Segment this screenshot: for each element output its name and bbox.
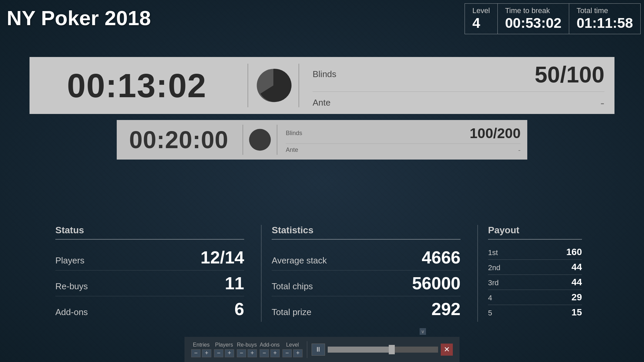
level-minus-button[interactable]: − xyxy=(282,349,292,357)
next-ante-value: - xyxy=(518,146,521,155)
total-prize-row: Total prize 292 xyxy=(272,296,461,322)
addons-row: Add-ons 6 xyxy=(55,296,244,322)
addons-plus-button[interactable]: + xyxy=(270,349,280,357)
divider-1 xyxy=(261,225,262,322)
addons-ctrl-label: Add-ons xyxy=(260,342,280,348)
timer-divider-1 xyxy=(248,64,248,107)
level-control: Level − + xyxy=(282,342,303,357)
total-time-stat: Total time 01:11:58 xyxy=(569,4,640,34)
total-prize-value: 292 xyxy=(431,299,461,319)
rebuys-value: 11 xyxy=(225,273,244,293)
level-progress-pie xyxy=(255,67,292,104)
level-value: 4 xyxy=(472,15,490,31)
next-ante-row: Ante - xyxy=(286,144,521,157)
payout-4th-label: 4 xyxy=(488,294,492,302)
next-level-pie xyxy=(248,128,272,152)
app-title: NY Poker 2018 xyxy=(7,6,151,30)
players-minus-button[interactable]: − xyxy=(214,349,223,357)
payout-4th-row: 4 29 xyxy=(488,290,582,305)
addons-minus-button[interactable]: − xyxy=(260,349,269,357)
payout-4th-value: 29 xyxy=(572,292,582,303)
players-value: 12/14 xyxy=(201,247,244,267)
next-timer: 00:20:00 xyxy=(117,126,241,154)
payout-5th-row: 5 15 xyxy=(488,305,582,320)
progress-bar-fill xyxy=(328,347,392,353)
avg-stack-value: 4666 xyxy=(422,247,461,267)
rebuys-row: Re-buys 11 xyxy=(55,270,244,296)
next-blinds-row: Blinds 100/200 xyxy=(286,123,521,144)
payout-2nd-value: 44 xyxy=(572,262,582,273)
blinds-section: Blinds 50/100 Ante - xyxy=(303,57,614,114)
blinds-value: 50/100 xyxy=(535,61,604,87)
players-label: Players xyxy=(55,255,85,266)
players-plus-button[interactable]: + xyxy=(225,349,234,357)
next-blinds-section: Blinds 100/200 Ante - xyxy=(279,123,527,157)
avg-stack-label: Average stack xyxy=(272,255,327,266)
pause-button[interactable]: ⏸ xyxy=(312,344,325,356)
entries-label: Entries xyxy=(193,342,210,348)
ante-value: - xyxy=(600,96,604,110)
total-chips-row: Total chips 56000 xyxy=(272,270,461,296)
time-to-break-stat: Time to break 00:53:02 xyxy=(498,4,569,34)
blinds-label: Blinds xyxy=(313,69,336,79)
total-time-label: Total time xyxy=(577,6,633,15)
top-stats-panel: Level 4 Time to break 00:53:02 Total tim… xyxy=(465,3,641,34)
control-bar: v Entries − + Players − + Re-buys − + Ad… xyxy=(184,337,460,362)
total-chips-value: 56000 xyxy=(412,273,461,293)
payout-1st-value: 160 xyxy=(566,247,582,257)
current-level-card: 00:13:02 Blinds 50/100 Ante - xyxy=(30,57,614,114)
players-ctrl-label: Players xyxy=(215,342,233,348)
current-timer: 00:13:02 xyxy=(30,66,244,105)
rebuys-label: Re-buys xyxy=(55,281,88,292)
statistics-column: Statistics Average stack 4666 Total chip… xyxy=(272,225,467,322)
timer-divider-2 xyxy=(299,64,299,107)
avg-stack-row: Average stack 4666 xyxy=(272,245,461,270)
close-button[interactable]: ✕ xyxy=(441,344,453,356)
progress-bar[interactable] xyxy=(328,347,438,353)
total-time-value: 01:11:58 xyxy=(577,15,633,31)
next-blinds-label: Blinds xyxy=(286,130,302,137)
addons-control: Add-ons − + xyxy=(260,342,280,357)
players-row: Players 12/14 xyxy=(55,245,244,270)
level-plus-button[interactable]: + xyxy=(293,349,303,357)
addons-value: 6 xyxy=(234,299,244,319)
statistics-heading: Statistics xyxy=(272,225,461,240)
next-pie-container xyxy=(245,128,275,152)
entries-control: Entries − + xyxy=(191,342,211,357)
payout-5th-label: 5 xyxy=(488,309,492,317)
level-label: Level xyxy=(472,6,490,15)
payout-3rd-label: 3rd xyxy=(488,279,499,287)
entries-plus-button[interactable]: + xyxy=(202,349,211,357)
players-control: Players − + xyxy=(214,342,234,357)
rebuys-plus-button[interactable]: + xyxy=(248,349,257,357)
level-stat: Level 4 xyxy=(465,4,498,34)
svg-point-1 xyxy=(249,129,271,151)
payout-1st-label: 1st xyxy=(488,248,498,257)
next-ante-label: Ante xyxy=(286,146,298,154)
rebuys-minus-button[interactable]: − xyxy=(237,349,246,357)
payout-5th-value: 15 xyxy=(572,307,582,318)
addons-label: Add-ons xyxy=(55,307,88,317)
progress-handle[interactable] xyxy=(389,345,395,354)
rebuys-ctrl-label: Re-buys xyxy=(237,342,257,348)
rebuys-control: Re-buys − + xyxy=(237,342,257,357)
level-ctrl-label: Level xyxy=(286,342,299,348)
total-chips-label: Total chips xyxy=(272,281,313,292)
pie-chart-container xyxy=(252,67,295,104)
payout-1st-row: 1st 160 xyxy=(488,245,582,260)
status-heading: Status xyxy=(55,225,244,240)
ctrl-separator xyxy=(307,341,307,358)
blinds-row: Blinds 50/100 xyxy=(313,57,604,92)
time-to-break-value: 00:53:02 xyxy=(505,15,561,31)
payout-2nd-label: 2nd xyxy=(488,263,500,272)
time-to-break-label: Time to break xyxy=(505,6,561,15)
payout-heading: Payout xyxy=(488,225,582,240)
payout-2nd-row: 2nd 44 xyxy=(488,260,582,275)
stats-section: Status Players 12/14 Re-buys 11 Add-ons … xyxy=(55,225,589,322)
entries-minus-button[interactable]: − xyxy=(191,349,201,357)
next-blinds-value: 100/200 xyxy=(470,125,521,141)
divider-2 xyxy=(477,225,478,322)
next-divider-1 xyxy=(243,125,243,155)
total-prize-label: Total prize xyxy=(272,307,312,317)
ante-label: Ante xyxy=(313,98,331,108)
